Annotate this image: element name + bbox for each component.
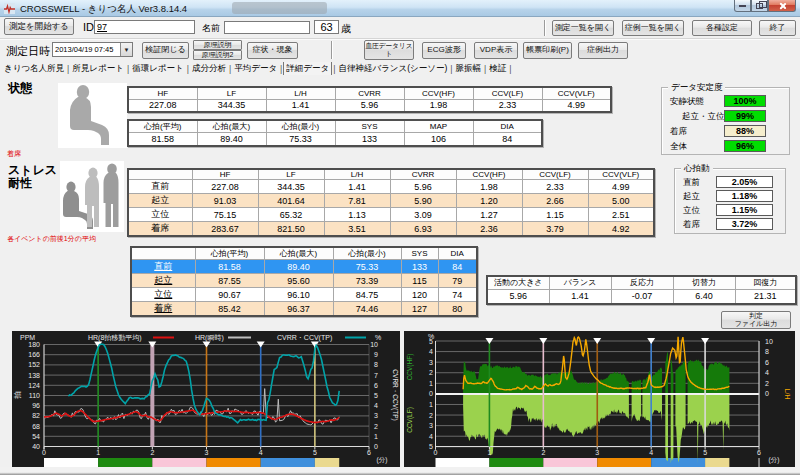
open-measure-list-button[interactable]: 測定一覧を開く — [552, 20, 614, 36]
tab-3[interactable]: 循環レポート — [130, 62, 186, 75]
principle2-button[interactable]: 原理説明2 — [193, 50, 242, 60]
symptoms-button[interactable]: 症状・現象 — [247, 42, 298, 59]
column-header: L/H — [324, 169, 390, 180]
chart-label: 10 — [765, 338, 773, 345]
bp-data-list-button[interactable]: 血圧データリスト — [364, 40, 414, 60]
group-row-value: 99% — [724, 110, 766, 122]
tab-2[interactable]: 所見レポート — [70, 62, 126, 75]
chart-label: 3 — [429, 422, 433, 429]
column-header: バランス — [549, 276, 611, 289]
tab-8[interactable]: 脈振幅 — [454, 62, 484, 75]
restore-button[interactable] — [751, 0, 768, 12]
exit-button[interactable]: 終了 — [759, 20, 796, 36]
export-judgement-button[interactable]: 判定 ファイル出力 — [721, 311, 791, 329]
chart-label: 1 — [96, 449, 100, 456]
window-title: CROSSWELL - きりつ名人 Ver3.8.14.4 — [20, 3, 187, 16]
group-row-label: 立位 — [683, 205, 700, 217]
group-row: 安静状態100% — [670, 95, 781, 107]
table-row: 直前81.5889.4075.3313384 — [131, 260, 477, 274]
column-header: DIA — [438, 247, 477, 260]
chart-label: 5 — [429, 443, 433, 450]
tab-7[interactable]: 自律神経バランス(シーソー) — [336, 62, 449, 75]
name-label: 名前 — [202, 22, 220, 35]
row-label: 直前 — [131, 260, 195, 274]
tab-6[interactable]: 詳細データ — [283, 62, 332, 75]
name-input[interactable] — [224, 21, 310, 34]
print-button[interactable]: 帳票印刷(P) — [523, 42, 572, 59]
chart-label: 0 — [434, 449, 438, 456]
cell: 115 — [401, 274, 438, 288]
cell: 344.35 — [197, 99, 266, 112]
group-row-value: 100% — [724, 95, 766, 107]
column-header: 心拍(最大) — [264, 247, 333, 260]
row-label: 立位 — [131, 288, 195, 302]
cell: 84 — [438, 260, 477, 274]
table-row: 起立87.5595.6073.3911579 — [131, 274, 477, 288]
tab-5[interactable]: 平均データ — [232, 62, 279, 75]
chart-label: 3 — [374, 412, 378, 419]
cell: 96.37 — [264, 302, 333, 317]
close-button[interactable] — [768, 0, 796, 12]
column-header: HF — [128, 87, 197, 99]
chart-label: 2 — [541, 449, 545, 456]
chart-label: 10 — [370, 341, 378, 348]
table-header-row: HFLFL/HCVRRCCV(HF)CCV(LF)CCV(VLF) — [128, 87, 611, 99]
cell: 90.67 — [195, 288, 264, 302]
cell: 91.03 — [192, 194, 258, 208]
chart-label: 40 — [32, 443, 40, 450]
cell: 5.00 — [588, 194, 654, 208]
principle1-button[interactable]: 原理説明 — [193, 40, 242, 50]
cell: 95.60 — [264, 274, 333, 288]
chart-label: 1 — [429, 380, 433, 387]
cell: 6.93 — [390, 222, 456, 237]
chart-label: 0 — [374, 443, 378, 450]
chart-label: HR(瞬時) — [195, 334, 224, 342]
tab-4[interactable]: 成分分析 — [190, 62, 228, 75]
cell: 1.41 — [549, 289, 611, 304]
datetime-combobox[interactable]: 2013/04/19 07:45 ▼ — [52, 42, 133, 57]
stress-note: 各イベントの前後1分の平均 — [7, 234, 96, 244]
chart-label: 2 — [429, 412, 433, 419]
ccv-lh-chart: %01122334455CCV(HF)CCV(LF)1086420L/H0123… — [404, 331, 795, 467]
age-input[interactable]: 63 — [314, 20, 339, 34]
cell: 96.10 — [264, 288, 333, 302]
cell: 227.08 — [128, 99, 197, 112]
stress-tolerance-table: HFLFL/HCVRRCCV(HF)CCV(LF)CCV(VLF)直前227.0… — [127, 168, 655, 237]
column-header: CVRR — [390, 169, 456, 180]
column-header: CCV(HF) — [456, 169, 522, 180]
cell: 87.55 — [195, 274, 264, 288]
chart-label: 96 — [32, 402, 40, 409]
stress-title-line1: ストレス — [8, 164, 57, 177]
chart-label: 4 — [429, 348, 433, 355]
chevron-down-icon[interactable]: ▼ — [120, 43, 132, 56]
chart-label: 4 — [259, 449, 263, 456]
minimize-button[interactable] — [734, 0, 751, 12]
data-stability-title: データ安定度 — [668, 82, 725, 94]
tab-1[interactable]: きりつ名人所見 — [2, 62, 66, 75]
ability-table: 活動の大きさバランス反応力切替力回復力5.961.41-0.076.4021.3… — [486, 275, 797, 305]
chart-label: 180 — [28, 341, 40, 348]
close-verify-button[interactable]: 検証閉じる — [142, 42, 189, 59]
vdp-display-button[interactable]: VDP表示 — [474, 42, 518, 59]
tab-9[interactable]: 検証 — [487, 62, 508, 75]
cell: 74 — [438, 288, 477, 302]
column-header: CCV(LF) — [473, 87, 542, 99]
cell: 133 — [401, 260, 438, 274]
cell: 3.79 — [522, 222, 588, 237]
chart-label: 8 — [374, 361, 378, 368]
case-export-button[interactable]: 症例出力 — [578, 42, 628, 59]
open-case-list-button[interactable]: 症例一覧を開く — [622, 20, 684, 36]
start-measure-button[interactable]: 測定を開始する — [4, 18, 74, 35]
table-header-row: 活動の大きさバランス反応力切替力回復力 — [487, 276, 796, 289]
id-input[interactable]: 97 — [94, 20, 195, 34]
cell: 283.67 — [192, 222, 258, 237]
ecg-waveform-button[interactable]: ECG波形 — [422, 42, 466, 59]
cell: 75.33 — [266, 133, 335, 146]
chart-label: 6 — [374, 382, 378, 389]
sitting-silhouette — [58, 83, 127, 148]
hr-cvrr-chart: PPM1801661521381241109682685440拍%1098765… — [12, 331, 400, 467]
settings-button[interactable]: 各種設定 — [692, 20, 752, 36]
chart-label: 8 — [765, 348, 769, 355]
chart-label: 54 — [32, 433, 40, 440]
group-row: 直前2.05% — [683, 176, 777, 188]
